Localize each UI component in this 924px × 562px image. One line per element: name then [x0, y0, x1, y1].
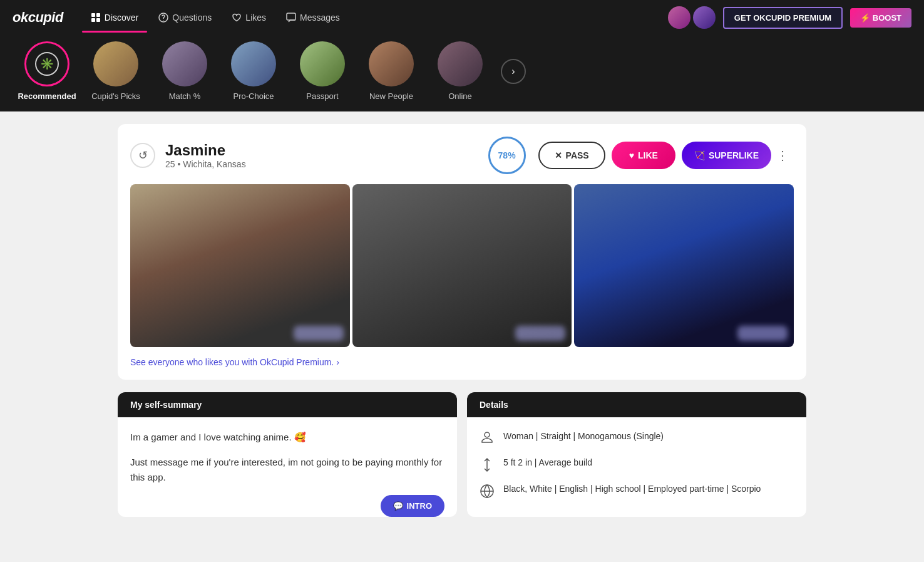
details-card: Details Woman | Straight | Monogamous (S…: [467, 392, 806, 517]
category-match[interactable]: Match %: [150, 41, 219, 101]
category-next-button[interactable]: ›: [501, 59, 526, 84]
details-header: Details: [467, 392, 806, 417]
premium-button[interactable]: GET OKCUPID PREMIUM: [723, 7, 843, 29]
profile-meta: 25 • Wichita, Kansas: [165, 159, 478, 169]
cupids-picks-icon: [93, 41, 138, 86]
boost-button[interactable]: ⚡ BOOST: [850, 8, 911, 28]
heart-filled-icon: ♥: [629, 150, 634, 160]
pass-label: PASS: [566, 150, 589, 160]
photo-1[interactable]: [130, 184, 350, 347]
recommended-icon: ✳️: [24, 41, 69, 86]
logo: okcupid: [13, 9, 63, 26]
nav-messages-label: Messages: [300, 13, 340, 23]
category-new-people[interactable]: New People: [357, 41, 426, 101]
nav-questions-label: Questions: [172, 13, 212, 23]
avatar-1[interactable]: [668, 6, 690, 29]
category-pro-choice[interactable]: Pro-Choice: [219, 41, 288, 101]
photo-3-blur: [737, 326, 788, 341]
category-cupids-label: Cupid's Picks: [91, 91, 140, 101]
svg-rect-1: [96, 13, 100, 17]
category-match-label: Match %: [169, 91, 201, 101]
main-content: ↺ Jasmine 25 • Wichita, Kansas 78% ✕ PAS…: [105, 124, 819, 517]
svg-rect-3: [96, 18, 100, 22]
detail-height: 5 ft 2 in | Average build: [480, 456, 794, 472]
pass-x-icon: ✕: [555, 150, 562, 160]
summary-line-2: Just message me if you're interested, im…: [130, 455, 444, 485]
svg-rect-2: [91, 18, 95, 22]
like-button[interactable]: ♥ LIKE: [612, 142, 675, 169]
main-nav: Discover Questions Likes Messages: [82, 8, 349, 28]
photo-1-blur: [294, 326, 344, 341]
category-nav: ✳️ Recommended Cupid's Picks Match % Pro…: [0, 35, 924, 112]
nav-discover[interactable]: Discover: [82, 8, 147, 28]
svg-rect-0: [91, 13, 95, 17]
profile-info: Jasmine 25 • Wichita, Kansas: [155, 142, 488, 169]
photo-3-image: [574, 184, 794, 347]
pass-button[interactable]: ✕ PASS: [538, 142, 605, 169]
passport-icon: [300, 41, 345, 86]
avatar-2[interactable]: [693, 6, 716, 29]
nav-messages[interactable]: Messages: [277, 8, 349, 28]
detail-gender-text: Woman | Straight | Monogamous (Single): [503, 430, 664, 443]
superlike-label: SUPERLIKE: [709, 150, 759, 160]
category-pro-choice-label: Pro-Choice: [233, 91, 274, 101]
detail-background: Black, White | English | High school | E…: [480, 482, 794, 499]
photo-2[interactable]: [352, 184, 572, 347]
superlike-icon: 🏹: [694, 150, 705, 160]
profile-header: ↺ Jasmine 25 • Wichita, Kansas 78% ✕ PAS…: [130, 137, 794, 174]
nav-questions[interactable]: Questions: [150, 8, 220, 28]
details-list: Woman | Straight | Monogamous (Single) 5…: [480, 430, 794, 499]
match-icon: [162, 41, 207, 86]
pro-choice-icon: [231, 41, 276, 86]
undo-button[interactable]: ↺: [130, 143, 155, 168]
action-buttons: ✕ PASS ♥ LIKE 🏹 SUPERLIKE: [538, 142, 771, 169]
photo-3[interactable]: [574, 184, 794, 347]
intro-label: INTRO: [407, 501, 432, 511]
self-summary-text: Im a gamer and I love watching anime. 🥰 …: [130, 430, 444, 485]
chat-bubble-icon: 💬: [393, 501, 403, 511]
category-recommended-label: Recommended: [18, 91, 76, 101]
self-summary-header: My self-summary: [118, 392, 457, 417]
heart-icon: [232, 13, 242, 23]
intro-button[interactable]: 💬 INTRO: [381, 495, 444, 517]
sunburst-icon: ✳️: [35, 52, 59, 76]
grid-icon: [91, 13, 101, 23]
person-icon: [480, 431, 495, 446]
detail-height-text: 5 ft 2 in | Average build: [503, 456, 592, 469]
summary-line-1: Im a gamer and I love watching anime. 🥰: [130, 430, 444, 445]
nav-likes[interactable]: Likes: [223, 8, 275, 28]
avatar-stack: [668, 6, 716, 29]
profile-name: Jasmine: [165, 142, 478, 159]
photo-2-blur: [515, 326, 565, 341]
globe-icon: [480, 484, 495, 499]
like-label: LIKE: [638, 150, 658, 160]
match-percentage: 78%: [488, 137, 526, 174]
height-icon: [480, 457, 495, 472]
category-online[interactable]: Online: [426, 41, 495, 101]
self-summary-body: Im a gamer and I love watching anime. 🥰 …: [118, 417, 457, 497]
category-online-label: Online: [448, 91, 472, 101]
profile-sections: My self-summary Im a gamer and I love wa…: [118, 392, 806, 517]
self-summary-card: My self-summary Im a gamer and I love wa…: [118, 392, 457, 517]
online-icon: [438, 41, 483, 86]
chat-icon: [286, 13, 296, 23]
question-icon: [158, 13, 168, 23]
nav-discover-label: Discover: [105, 13, 138, 23]
details-body: Woman | Straight | Monogamous (Single) 5…: [467, 417, 806, 511]
superlike-button[interactable]: 🏹 SUPERLIKE: [682, 142, 771, 169]
more-options-button[interactable]: ⋮: [771, 144, 794, 167]
header: okcupid Discover Questions Likes: [0, 0, 924, 35]
svg-rect-5: [287, 13, 295, 20]
nav-likes-label: Likes: [245, 13, 266, 23]
photos-grid: [130, 184, 794, 347]
category-cupids-picks[interactable]: Cupid's Picks: [81, 41, 150, 101]
header-right: GET OKCUPID PREMIUM ⚡ BOOST: [668, 6, 911, 29]
premium-link[interactable]: See everyone who likes you with OkCupid …: [130, 357, 794, 367]
new-people-icon: [369, 41, 414, 86]
photo-2-image: [352, 184, 572, 347]
profile-card: ↺ Jasmine 25 • Wichita, Kansas 78% ✕ PAS…: [118, 124, 806, 380]
category-recommended[interactable]: ✳️ Recommended: [13, 41, 81, 101]
category-passport[interactable]: Passport: [288, 41, 357, 101]
detail-background-text: Black, White | English | High school | E…: [503, 482, 761, 496]
category-passport-label: Passport: [306, 91, 338, 101]
